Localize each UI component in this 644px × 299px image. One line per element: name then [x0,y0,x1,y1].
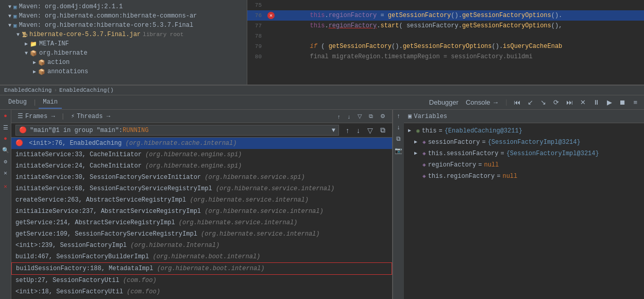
evaluate-button[interactable]: ✕ [578,97,588,107]
thread-copy-btn[interactable]: ⧉ [378,125,388,136]
tree-item-action[interactable]: ▶ 📦 action [0,58,247,67]
stack-frame-9[interactable]: <init>:239, SessionFactoryImpl (org.hibe… [11,240,392,251]
chevron-right-icon: ▶ [33,59,36,65]
filter-btn[interactable]: ▽ [355,112,364,121]
file-tree: ▼ ▣ Maven: org.dom4j:dom4j:2.1.1 ▼ ▣ Mav… [0,0,247,85]
stack-list[interactable]: 🔴 <init>:76, EnabledCaching (org.hiberna… [11,138,392,299]
frame-method: getService:214, AbstractServiceRegistryI… [15,219,179,226]
pause-button[interactable]: ⏸ [590,97,602,107]
line-number: 78 [247,31,266,41]
stack-frame-5[interactable]: createService:263, AbstractServiceRegist… [11,194,392,206]
var-session-factory[interactable]: ▶ ◈ sessionFactory = {SessionFactoryImpl… [404,137,644,148]
code-line-78: 78 [247,31,644,41]
line-gutter [266,52,276,62]
step-out-button[interactable]: ⟳ [551,97,562,107]
frame-package: (org.hibernate.service.internal) [201,230,319,238]
bar-btn-2[interactable]: ☰ [2,123,10,131]
frame-package: (org.hibernate.Internal) [130,242,219,249]
frame-package: (org.hibernate.service.internal) [179,219,297,226]
breadcrumb-part1[interactable]: EnabledCaching [4,87,52,93]
var-type-icon: ◉ [416,126,420,136]
stack-frame-7[interactable]: getService:214, AbstractServiceRegistryI… [11,217,392,228]
chevron-right-icon: ▶ [25,41,28,47]
settings-btn[interactable]: ⚙ [378,112,388,121]
bar-btn-4[interactable]: 🔍 [2,146,10,154]
action-camera[interactable]: 📷 [394,146,403,155]
package-icon: 📦 [38,69,45,75]
stop-button[interactable]: ⏹ [617,97,629,107]
frame-package: (org.hibernate.boot.internal) [152,253,260,260]
chevron-down-icon: ▼ [8,23,11,28]
stack-frame-13[interactable]: <init>:18, SessionFactoryUtil (com.foo) [11,286,392,297]
frame-package: (org.hibernate.engine.spi) [145,151,242,158]
debug-main: ● ☰ ● 🔍 ⚙ ✕ ✕ ☰ Frames → | ⚡ Threads → ↑… [0,110,644,299]
stack-frame-6[interactable]: initializeService:237, AbstractServiceRe… [11,206,392,217]
action-up[interactable]: ↑ [394,112,403,121]
run-to-cursor-button[interactable]: ⏭ [564,97,575,107]
frame-method: buildSessionFactory:188, MetadataImpl [16,265,157,272]
export-btn[interactable]: ↑ [335,112,343,121]
bar-btn-5[interactable]: ⚙ [2,157,10,165]
stack-frame-0[interactable]: 🔴 <init>:76, EnabledCaching (org.hiberna… [11,138,392,149]
stack-frame-2[interactable]: initiateService:24, CacheInitiator (org.… [11,160,392,172]
code-editor: 75 76 ✕ this.regionFactory = getSessionF… [247,0,644,85]
resume-button[interactable]: ▶ [604,97,615,107]
thread-up-btn[interactable]: ↑ [343,125,352,136]
breadcrumb-part2[interactable]: EnabledCaching() [59,87,114,93]
var-region-factory[interactable]: ▶ ◈ regionFactory = null [404,159,644,171]
line-content [276,0,280,10]
package-icon: 📦 [38,59,45,66]
debugger-button[interactable]: Debugger [427,97,461,107]
tab-debug[interactable]: Debug [4,96,31,109]
import-btn[interactable]: ↓ [345,112,353,121]
tree-item-org-hibernate[interactable]: ▼ 📦 org.hibernate [0,48,247,58]
frame-package: (org.hibernate.cache.internal) [125,140,236,147]
code-line-76: 76 ✕ this.regionFactory = getSessionFact… [247,10,644,21]
stack-frame-8[interactable]: getService:109, SessionFactoryServiceReg… [11,228,392,240]
tree-item-hibernate-commons[interactable]: ▼ ▣ Maven: org.hibernate.common:hibernat… [0,11,247,21]
thread-down-btn[interactable]: ↓ [354,125,363,136]
tab-main[interactable]: Main [39,96,62,109]
line-gutter [266,0,276,10]
frames-tab[interactable]: ☰ Frames → [15,111,57,121]
tree-item-annotations[interactable]: ▶ 📦 annotations [0,67,247,76]
step-into-button[interactable]: ↙ [525,97,536,107]
console-button[interactable]: Console → [463,97,501,107]
frame-method: getService:109, SessionFactoryServiceReg… [15,230,201,238]
stack-frame-10[interactable]: build:467, SessionFactoryBuilderImpl (or… [11,251,392,262]
stack-frame-4[interactable]: initiateService:68, SessionFactoryServic… [11,183,392,194]
threads-tab[interactable]: ⚡ Threads → [69,111,112,121]
bar-btn-6[interactable]: ✕ [2,169,10,177]
bar-btn-3[interactable]: ● [2,135,10,143]
bar-btn-x[interactable]: ✕ [2,182,10,190]
tree-label: action [47,59,70,66]
step-over-button[interactable]: ↘ [538,97,549,107]
var-this-session-factory[interactable]: ▶ ◈ this.sessionFactory = {SessionFactor… [404,148,644,159]
bar-btn-1[interactable]: ● [2,112,10,120]
tree-item-dom4j[interactable]: ▼ ▣ Maven: org.dom4j:dom4j:2.1.1 [0,2,247,11]
tree-label: Maven: org.dom4j:dom4j:2.1.1 [19,3,123,10]
stack-frame-11[interactable]: buildSessionFactory:188, MetadataImpl (o… [11,262,392,275]
thread-filter-btn[interactable]: ▽ [365,125,376,136]
stack-frame-1[interactable]: initiateService:33, CacheInitiator (org.… [11,149,392,160]
var-this[interactable]: ▶ ◉ this = {EnabledCaching@3211} [404,125,644,137]
stack-frame-3[interactable]: initiateService:30, SessionFactoryServic… [11,172,392,183]
step-back-button[interactable]: ⏮ [511,97,523,107]
var-value: null [484,160,499,170]
tree-label: Maven: org.hibernate:hibernate-core:5.3.… [19,22,193,29]
tree-item-meta-inf[interactable]: ▶ 📁 META-INF [0,39,247,48]
var-value: {SessionFactoryImpl@3214} [506,149,599,158]
copy-btn[interactable]: ⧉ [366,112,376,121]
code-line-80: 80 final migrateRegion.timestampRegion =… [247,52,644,62]
error-icon: ✕ [267,12,275,19]
action-copy[interactable]: ⧉ [394,135,403,144]
action-down[interactable]: ↓ [394,123,403,132]
tree-item-jar[interactable]: ▼ 🗜 hibernate-core-5.3.7.Final.jar libra… [0,30,247,39]
tree-item-hibernate-core[interactable]: ▼ ▣ Maven: org.hibernate:hibernate-core:… [0,21,247,30]
var-value: null [502,172,517,181]
var-this-region-factory[interactable]: ▶ ◈ this.regionFactory = null [404,171,644,182]
frame-method: initiateService:30, SessionFactoryServic… [15,174,205,181]
thread-dropdown[interactable]: 🔴 "main"@1 in group "main": RUNNING ▼ [15,125,339,136]
more-button[interactable]: ≡ [631,97,640,107]
stack-frame-12[interactable]: setUp:27, SessionFactoryUtil (com.foo) [11,275,392,286]
